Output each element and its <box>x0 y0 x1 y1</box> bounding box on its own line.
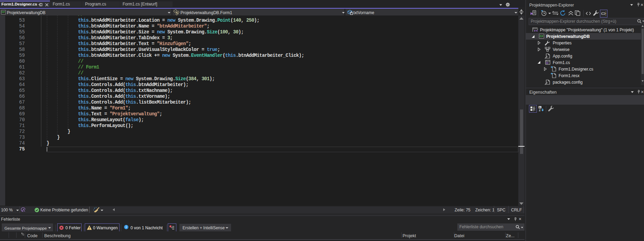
svg-text:Z: Z <box>539 109 541 112</box>
svg-text:A: A <box>539 106 541 108</box>
